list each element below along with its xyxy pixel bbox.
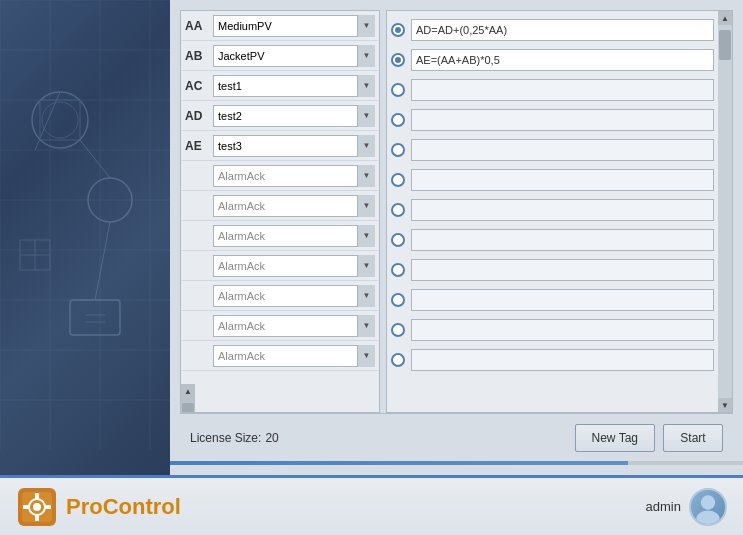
tag-select[interactable]: AlarmAck [213, 195, 375, 217]
tag-select[interactable]: JacketPV [213, 45, 375, 67]
radio-button[interactable] [391, 23, 405, 37]
user-area: admin [646, 488, 727, 526]
formula-row [391, 45, 714, 75]
tag-row: AlarmAck▼ [181, 281, 379, 311]
formula-input[interactable] [411, 259, 714, 281]
radio-button[interactable] [391, 203, 405, 217]
formula-input[interactable] [411, 49, 714, 71]
radio-button[interactable] [391, 173, 405, 187]
formula-scroll-track [718, 25, 732, 398]
select-wrapper[interactable]: AlarmAck▼ [213, 345, 375, 367]
progress-bar-container [170, 461, 743, 465]
svg-rect-20 [70, 300, 120, 335]
formula-scrollbar[interactable]: ▲ ▼ [718, 11, 732, 412]
user-avatar[interactable] [689, 488, 727, 526]
formula-input[interactable] [411, 289, 714, 311]
radio-button[interactable] [391, 113, 405, 127]
radio-button[interactable] [391, 53, 405, 67]
formula-scroll-up[interactable]: ▲ [718, 11, 732, 25]
new-tag-button[interactable]: New Tag [575, 424, 655, 452]
svg-point-34 [701, 495, 715, 509]
tag-row: AlarmAck▼ [181, 221, 379, 251]
radio-button[interactable] [391, 83, 405, 97]
formula-row [391, 255, 714, 285]
formula-row [391, 105, 714, 135]
svg-line-24 [80, 140, 110, 178]
tag-row: AlarmAck▼ [181, 341, 379, 371]
formula-input[interactable] [411, 349, 714, 371]
start-button[interactable]: Start [663, 424, 723, 452]
scroll-up-arrow[interactable]: ▲ [181, 384, 195, 398]
tag-select[interactable]: AlarmAck [213, 285, 375, 307]
radio-button[interactable] [391, 353, 405, 367]
formula-row [391, 165, 714, 195]
select-wrapper[interactable]: AlarmAck▼ [213, 255, 375, 277]
tag-row: ADtest2▼ [181, 101, 379, 131]
select-wrapper[interactable]: AlarmAck▼ [213, 165, 375, 187]
select-wrapper[interactable]: JacketPV▼ [213, 45, 375, 67]
svg-rect-32 [23, 505, 29, 509]
svg-rect-30 [35, 493, 39, 499]
select-wrapper[interactable]: test1▼ [213, 75, 375, 97]
footer: ProControl admin [0, 475, 743, 535]
license-label: License Size: [190, 431, 261, 445]
action-buttons: New Tag Start [575, 424, 723, 452]
tag-select[interactable]: test2 [213, 105, 375, 127]
tag-scrollbar[interactable]: ▲ ▼ [181, 384, 195, 412]
formula-panel: ▲ ▼ [386, 10, 733, 413]
formula-input[interactable] [411, 79, 714, 101]
license-value: 20 [265, 431, 278, 445]
tag-select[interactable]: MediumPV [213, 15, 375, 37]
select-wrapper[interactable]: test2▼ [213, 105, 375, 127]
tag-row: AlarmAck▼ [181, 251, 379, 281]
svg-rect-15 [40, 100, 80, 140]
avatar-icon [691, 488, 725, 526]
tag-select[interactable]: test1 [213, 75, 375, 97]
tag-row: ACtest1▼ [181, 71, 379, 101]
tag-select[interactable]: AlarmAck [213, 225, 375, 247]
progress-bar [170, 461, 628, 465]
tag-select[interactable]: AlarmAck [213, 165, 375, 187]
svg-rect-33 [45, 505, 51, 509]
formula-input[interactable] [411, 319, 714, 341]
select-wrapper[interactable]: test3▼ [213, 135, 375, 157]
tag-label: AD [185, 109, 213, 123]
select-wrapper[interactable]: AlarmAck▼ [213, 315, 375, 337]
tag-select[interactable]: AlarmAck [213, 255, 375, 277]
logo-area: ProControl [16, 486, 181, 528]
svg-line-25 [95, 222, 110, 300]
formula-input[interactable] [411, 199, 714, 221]
scroll-thumb[interactable] [182, 403, 194, 413]
select-wrapper[interactable]: MediumPV▼ [213, 15, 375, 37]
formula-scroll-down[interactable]: ▼ [718, 398, 732, 412]
bottom-bar: License Size: 20 New Tag Start [180, 413, 733, 461]
formula-scroll-thumb[interactable] [719, 30, 731, 60]
select-wrapper[interactable]: AlarmAck▼ [213, 195, 375, 217]
radio-button[interactable] [391, 323, 405, 337]
formula-row [391, 345, 714, 375]
radio-button[interactable] [391, 263, 405, 277]
formula-input[interactable] [411, 109, 714, 131]
tag-list: AAMediumPV▼ABJacketPV▼ACtest1▼ADtest2▼AE… [181, 11, 379, 384]
formula-input[interactable] [411, 169, 714, 191]
radio-button[interactable] [391, 143, 405, 157]
formula-input[interactable] [411, 229, 714, 251]
radio-button[interactable] [391, 233, 405, 247]
tag-row: AEtest3▼ [181, 131, 379, 161]
formula-input[interactable] [411, 139, 714, 161]
logo-control: Control [103, 494, 181, 519]
select-wrapper[interactable]: AlarmAck▼ [213, 285, 375, 307]
radio-button[interactable] [391, 293, 405, 307]
logo-pro: Pro [66, 494, 103, 519]
tag-select[interactable]: test3 [213, 135, 375, 157]
tag-label: AB [185, 49, 213, 63]
blueprint-bg [0, 0, 170, 450]
tag-label: AA [185, 19, 213, 33]
svg-rect-31 [35, 515, 39, 521]
top-area: AAMediumPV▼ABJacketPV▼ACtest1▼ADtest2▼AE… [0, 0, 743, 475]
tag-select[interactable]: AlarmAck [213, 315, 375, 337]
tag-select[interactable]: AlarmAck [213, 345, 375, 367]
select-wrapper[interactable]: AlarmAck▼ [213, 225, 375, 247]
formula-input[interactable] [411, 19, 714, 41]
license-info: License Size: 20 [190, 431, 279, 445]
